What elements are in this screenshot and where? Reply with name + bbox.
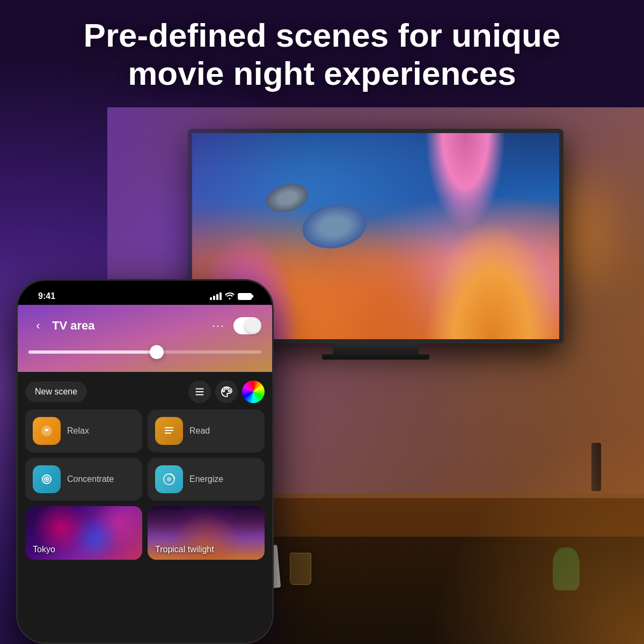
tropical-twilight-label: Tropical twilight [155, 545, 214, 554]
phone-btn-mute [16, 345, 17, 361]
relax-icon [33, 417, 61, 445]
status-time: 9:41 [33, 291, 55, 301]
phone-notch [105, 281, 185, 297]
toolbar-row: New scene [25, 372, 265, 409]
concentrate-label: Concentrate [67, 474, 114, 484]
concentrate-svg [39, 472, 54, 487]
color-wheel-button[interactable] [242, 380, 265, 403]
coral-right [425, 221, 559, 339]
new-scene-button[interactable]: New scene [25, 382, 87, 402]
tv-stand [333, 343, 419, 354]
nav-back-button[interactable]: ‹ [28, 316, 48, 335]
svg-rect-5 [165, 430, 173, 431]
back-icon: ‹ [36, 319, 40, 333]
signal-bar-2 [213, 296, 215, 300]
speaker-right [591, 443, 601, 491]
more-icon: ··· [212, 319, 225, 333]
plant [553, 547, 580, 590]
scenes-area: New scene [18, 372, 272, 642]
phone-screen: 9:41 [18, 281, 272, 642]
coral-top [425, 133, 506, 230]
brightness-fill [28, 350, 157, 354]
app-nav: ‹ TV area ··· [18, 310, 272, 341]
palette-icon [221, 386, 232, 398]
phone-outer: 9:41 [16, 279, 274, 644]
read-label: Read [189, 426, 210, 436]
headline-line1: Pre-defined scenes for unique [32, 16, 612, 54]
power-toggle[interactable] [233, 317, 261, 334]
palette-button[interactable] [215, 380, 238, 403]
scene-card-tokyo[interactable]: Tokyo [25, 506, 142, 560]
scene-card-energize[interactable]: Energize [148, 458, 265, 501]
concentrate-icon [33, 465, 61, 493]
scene-card-concentrate[interactable]: Concentrate [25, 458, 142, 501]
signal-bars [210, 292, 222, 300]
brightness-thumb[interactable] [150, 345, 164, 359]
toolbar-icons [188, 380, 265, 403]
read-icon [155, 417, 183, 445]
status-icons [210, 292, 257, 301]
brightness-area [28, 341, 261, 363]
headline-line2: movie night experiences [32, 54, 612, 92]
phone-btn-vol-down [16, 403, 17, 430]
tokyo-label: Tokyo [33, 545, 55, 554]
svg-rect-6 [165, 433, 171, 434]
brightness-track[interactable] [28, 350, 261, 354]
signal-bar-4 [219, 292, 222, 300]
glass [290, 553, 311, 585]
read-svg [162, 423, 177, 438]
svg-point-9 [46, 479, 47, 480]
relax-svg [39, 423, 54, 438]
list-icon [194, 386, 206, 398]
svg-point-11 [167, 477, 171, 481]
nav-more-button[interactable]: ··· [208, 315, 229, 336]
fish-1 [299, 200, 370, 254]
signal-bar-3 [216, 294, 218, 300]
wifi-icon [225, 292, 235, 301]
battery-icon [238, 293, 252, 300]
phone-btn-power [273, 356, 274, 388]
image-scene-grid: Tokyo Tropical twilight [25, 506, 265, 560]
headline: Pre-defined scenes for unique movie nigh… [0, 16, 644, 93]
scene-card-tropical-twilight[interactable]: Tropical twilight [148, 506, 265, 560]
phone: 9:41 [16, 279, 274, 644]
phone-btn-vol-up [16, 369, 17, 396]
tv-base [322, 354, 429, 360]
scene-card-relax[interactable]: Relax [25, 409, 142, 452]
nav-title: TV area [48, 319, 208, 333]
energize-icon [155, 465, 183, 493]
signal-bar-1 [210, 297, 212, 300]
energize-svg [162, 472, 177, 487]
list-view-button[interactable] [188, 380, 211, 403]
energize-label: Energize [189, 474, 223, 484]
scene-card-read[interactable]: Read [148, 409, 265, 452]
scene-grid: Relax Read [25, 409, 265, 501]
svg-rect-4 [165, 427, 173, 428]
fish-2 [263, 179, 311, 216]
relax-label: Relax [67, 426, 89, 436]
